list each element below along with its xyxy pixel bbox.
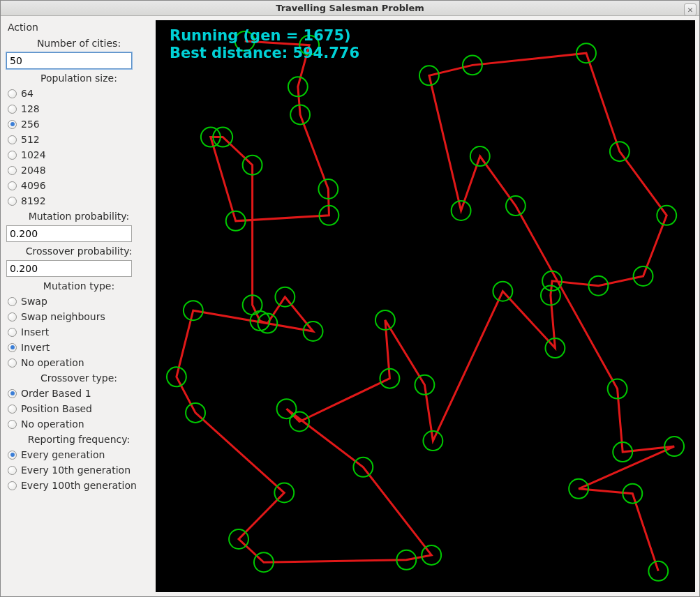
mutation-type-option[interactable]: Insert <box>6 324 151 340</box>
status-line-2: Best distance: 594.776 <box>170 45 359 62</box>
num-cities-label: Number of cities: <box>6 36 151 51</box>
window-title: Travelling Salesman Problem <box>276 3 424 13</box>
reporting-radio-group: Every generationEvery 10th generationEve… <box>6 447 151 493</box>
reporting-option[interactable]: Every 100th generation <box>6 478 151 493</box>
mutation-type-option[interactable]: Invert <box>6 340 151 355</box>
mutation-type-radio-group: SwapSwap neighboursInsertInvertNo operat… <box>6 294 151 370</box>
crossover-type-option[interactable]: Order Based 1 <box>6 386 151 401</box>
mutation-type-option-label: Insert <box>21 326 49 338</box>
radio-icon <box>8 466 17 475</box>
reporting-label: Reporting frequency: <box>6 432 151 447</box>
population-option-label: 64 <box>21 88 33 99</box>
population-option[interactable]: 256 <box>6 116 151 132</box>
population-size-label: Population size: <box>6 70 151 86</box>
close-icon: ✕ <box>687 6 693 14</box>
radio-icon <box>8 166 17 175</box>
menu-action-label: Action <box>8 22 38 33</box>
mutation-type-option[interactable]: Swap <box>6 294 151 309</box>
app-window: Travelling Salesman Problem ✕ Action Num… <box>0 0 700 597</box>
population-option-label: 1024 <box>21 149 46 160</box>
population-option-label: 2048 <box>21 165 46 176</box>
radio-icon <box>8 343 17 352</box>
population-option[interactable]: 128 <box>6 101 151 116</box>
radio-icon <box>8 135 17 144</box>
crossover-type-radio-group: Order Based 1Position BasedNo operation <box>6 386 151 432</box>
mutation-type-option[interactable]: No operation <box>6 355 151 370</box>
route-path <box>177 41 674 571</box>
reporting-option-label: Every 100th generation <box>21 480 137 491</box>
mutation-type-option-label: Swap neighbours <box>21 311 105 322</box>
crossover-prob-label: Crossover probability: <box>6 243 151 259</box>
close-button[interactable]: ✕ <box>684 3 697 16</box>
radio-icon <box>8 328 17 337</box>
population-option[interactable]: 4096 <box>6 178 151 193</box>
crossover-type-option-label: No operation <box>21 418 84 430</box>
radio-icon <box>8 389 17 398</box>
reporting-option[interactable]: Every 10th generation <box>6 462 151 478</box>
radio-icon <box>8 312 17 322</box>
content-area: Action Number of cities: Population size… <box>1 16 699 596</box>
mutation-prob-input[interactable] <box>6 225 132 242</box>
reporting-option-label: Every 10th generation <box>21 464 131 476</box>
mutation-type-label: Mutation type: <box>6 278 151 294</box>
crossover-type-option[interactable]: No operation <box>6 416 151 432</box>
population-option[interactable]: 8192 <box>6 193 151 209</box>
mutation-type-option[interactable]: Swap neighbours <box>6 309 151 324</box>
reporting-option-label: Every generation <box>21 449 105 460</box>
status-line-1: Running (gen = 1675) <box>170 27 359 45</box>
radio-icon <box>8 89 17 98</box>
radio-icon <box>8 405 17 414</box>
mutation-prob-label: Mutation probability: <box>6 209 151 224</box>
status-overlay: Running (gen = 1675) Best distance: 594.… <box>170 27 359 62</box>
crossover-type-option-label: Position Based <box>21 403 92 414</box>
sidebar: Action Number of cities: Population size… <box>2 17 156 595</box>
radio-icon <box>8 105 17 114</box>
radio-icon <box>8 358 17 368</box>
population-option[interactable]: 2048 <box>6 163 151 178</box>
mutation-type-option-label: No operation <box>21 357 84 368</box>
num-cities-input[interactable] <box>6 52 132 69</box>
crossover-prob-input[interactable] <box>6 260 132 277</box>
titlebar: Travelling Salesman Problem ✕ <box>1 1 699 16</box>
radio-icon <box>8 197 17 206</box>
population-option-label: 256 <box>21 119 40 130</box>
radio-icon <box>8 151 17 160</box>
crossover-type-label: Crossover type: <box>6 370 151 386</box>
population-option-label: 128 <box>21 103 40 114</box>
route-canvas: Running (gen = 1675) Best distance: 594.… <box>156 20 695 592</box>
radio-icon <box>8 181 17 190</box>
canvas-wrap: Running (gen = 1675) Best distance: 594.… <box>156 17 698 595</box>
crossover-type-option[interactable]: Position Based <box>6 401 151 416</box>
population-option-label: 4096 <box>21 180 46 191</box>
population-option-label: 512 <box>21 134 40 145</box>
population-option-label: 8192 <box>21 195 46 206</box>
radio-icon <box>8 420 17 429</box>
population-radio-group: 641282565121024204840968192 <box>6 86 151 209</box>
menu-action[interactable]: Action <box>6 20 151 36</box>
radio-icon <box>8 451 17 460</box>
reporting-option[interactable]: Every generation <box>6 447 151 462</box>
crossover-type-option-label: Order Based 1 <box>21 388 91 399</box>
mutation-type-option-label: Swap <box>21 296 47 307</box>
mutation-type-option-label: Invert <box>21 342 50 353</box>
radio-icon <box>8 481 17 490</box>
population-option[interactable]: 64 <box>6 86 151 101</box>
radio-icon <box>8 120 17 129</box>
radio-icon <box>8 297 17 306</box>
route-svg <box>156 20 695 592</box>
population-option[interactable]: 512 <box>6 132 151 147</box>
population-option[interactable]: 1024 <box>6 147 151 163</box>
